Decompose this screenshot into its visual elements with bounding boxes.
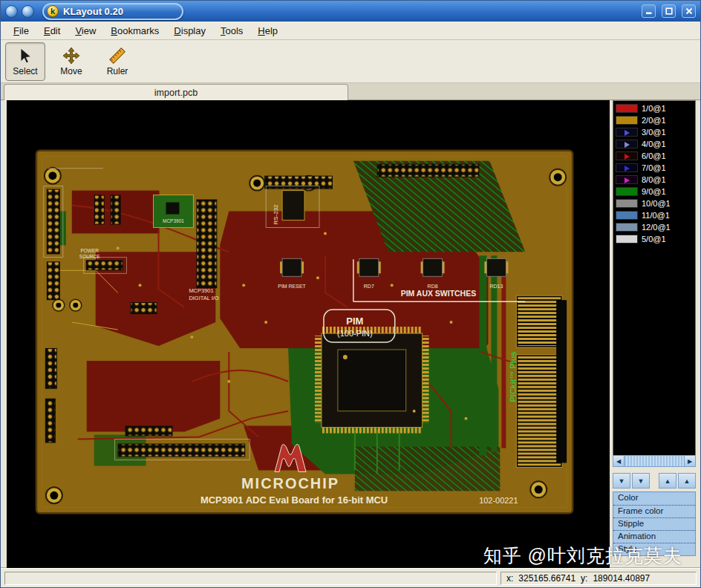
layer-label: 3/0@1 [642,128,666,137]
move-layer-down-button[interactable]: ▼ [632,473,650,489]
window-menu-button[interactable] [5,5,18,18]
menu-item-help[interactable]: Help [251,23,284,39]
layer-marker-icon [625,154,630,160]
layer-marker-icon [625,142,630,148]
panel-button-stipple[interactable]: Stipple [613,517,695,530]
pcb-label-brand: MICROCHIP [241,475,339,491]
window-title[interactable]: k KLayout 0.20 [42,3,183,20]
layer-swatch [616,223,638,232]
move-layer-up-button[interactable]: ▲ [659,473,676,489]
tabbar-empty [348,83,700,99]
layer-row[interactable]: 12/0@1 [613,221,695,233]
layer-row[interactable]: 3/0@1 [613,126,695,138]
layer-swatch [616,187,638,196]
layer-label: 5/0@1 [642,235,666,244]
pcb-label-aux-switches: PIM AUX SWITCHES [401,290,476,298]
pcb-label-board-title: MCP3901 ADC Eval Board for 16-bit MCU [200,494,388,506]
layer-row[interactable]: 9/0@1 [613,186,695,197]
layer-nav-spacer [651,473,657,489]
coord-y-label: y: [581,573,587,584]
pcb-render: PIM RESET RD7 RD8 RD13 RS-232 MCP3901 PO… [7,100,610,568]
toolbar: Select Move Ruler [1,40,700,83]
menu-item-tools[interactable]: Tools [214,23,250,39]
coord-x-value: 325165.66741 [518,573,576,584]
move-tool-label: Move [60,66,82,76]
close-icon [685,7,693,15]
menu-item-edit[interactable]: Edit [37,23,67,39]
menu-item-bookmarks[interactable]: Bookmarks [104,23,166,39]
layer-marker-icon [625,166,630,172]
ruler-tool-button[interactable]: Ruler [97,42,137,81]
layout-canvas[interactable]: PIM RESET RD7 RD8 RD13 RS-232 MCP3901 PO… [7,100,610,568]
layer-label: 7/0@1 [642,163,666,172]
minimize-button[interactable] [642,4,656,18]
pcb-label-mcp3901-module: MCP3901 [163,218,184,223]
panel-button-frame-color[interactable]: Frame color [613,505,695,517]
layer-row[interactable]: 2/0@1 [613,114,695,126]
layer-row[interactable]: 6/0@1 [613,150,695,162]
layer-list-hscrollbar: ◀ ▶ [613,455,696,467]
main-area: PIM RESET RD7 RD8 RD13 RS-232 MCP3901 PO… [1,100,700,568]
panel-button-style[interactable]: Style [613,543,695,555]
move-tool-button[interactable]: Move [51,42,91,81]
layer-list: 1/0@12/0@13/0@14/0@16/0@17/0@18/0@19/0@1… [613,100,696,455]
window-sticky-button[interactable] [22,5,34,18]
layer-label: 6/0@1 [642,151,666,160]
close-button[interactable] [682,4,696,18]
scroll-right-button[interactable]: ▶ [684,456,695,466]
maximize-button[interactable] [662,4,676,18]
layer-swatch [616,175,638,184]
layer-nav: ▼▼▲▲ [613,473,696,489]
scroll-left-button[interactable]: ◀ [613,456,625,466]
ruler-icon [108,47,126,65]
klayout-window: { "window": { "title": "KLayout 0.20", "… [0,0,701,588]
coord-x-label: x: [506,573,513,584]
layer-swatch [616,211,638,220]
layer-row[interactable]: 10/0@1 [613,197,695,209]
layer-row[interactable]: 7/0@1 [613,162,695,174]
layer-label: 9/0@1 [642,187,666,196]
layer-label: 1/0@1 [642,104,666,113]
layer-row[interactable]: 5/0@1 [613,233,695,245]
pcb-label-rs232: RS-232 [273,204,279,225]
menu-item-file[interactable]: File [7,23,36,39]
layer-row[interactable]: 4/0@1 [613,138,695,150]
move-layer-down-button[interactable]: ▼ [613,473,630,489]
layer-panel: 1/0@12/0@13/0@14/0@16/0@17/0@18/0@19/0@1… [613,100,696,568]
ruler-tool-label: Ruler [107,66,128,76]
layer-swatch [616,199,638,208]
layer-panel-buttons: ColorFrame colorStippleAnimationStyle [613,491,696,556]
menu-item-view[interactable]: View [68,23,102,39]
pcb-label-rd7: RD7 [364,284,374,289]
layer-label: 2/0@1 [642,116,666,125]
pcb-label-rd13: RD13 [489,284,503,289]
layer-marker-icon [625,130,630,136]
panel-button-color[interactable]: Color [613,492,695,505]
pcb-label-pim: PIM [346,316,363,327]
select-tool-label: Select [13,66,37,76]
pcb-edge-connectors [516,295,567,467]
menu-item-display[interactable]: Display [167,23,212,39]
app-icon: k [47,5,59,17]
tabbar: import.pcb [1,83,700,100]
layer-label: 11/0@1 [642,211,670,220]
pcb-label-part-number: 102-00221 [479,496,518,505]
move-layer-up-button[interactable]: ▲ [678,473,696,489]
pcb-label-mcp3901-io2: DIGITAL I/O [189,295,218,301]
pcb-label-mcp3901-io1: MCP3901 [189,287,213,294]
coord-y-value: 189014.40897 [593,573,650,584]
panel-button-animation[interactable]: Animation [613,530,695,543]
layer-row[interactable]: 11/0@1 [613,209,695,221]
window-title-text: KLayout 0.20 [63,6,123,17]
maximize-icon [665,7,673,15]
layer-swatch [616,151,638,160]
tab-import-pcb[interactable]: import.pcb [4,84,348,100]
layer-swatch [616,140,638,148]
pcb-label-source: SOURCE [79,254,100,259]
select-tool-button[interactable]: Select [5,42,45,81]
minimize-icon [645,7,653,15]
layer-row[interactable]: 1/0@1 [613,102,695,114]
layer-row[interactable]: 8/0@1 [613,174,695,186]
hscroll-thumb[interactable] [625,456,684,466]
move-icon [62,47,80,65]
